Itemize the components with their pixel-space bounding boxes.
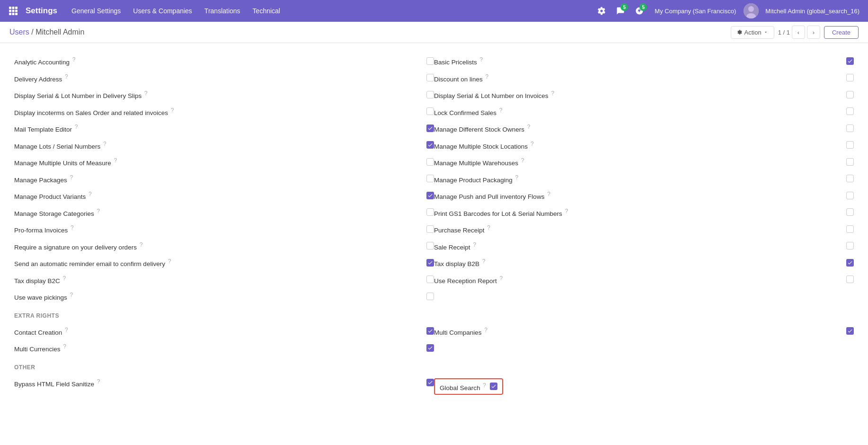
checkbox-mail-template[interactable] [426,125,434,132]
global-search-highlight: Global Search ? [434,378,503,395]
checkbox-stock-owners[interactable] [846,125,854,132]
other-left-col: Bypass HTML Field Sanitize ? [14,374,434,399]
checkbox-lock-sales[interactable] [846,107,854,115]
checkbox-bypass-html[interactable] [426,379,434,386]
breadcrumb-parent[interactable]: Users [9,28,29,36]
checkbox-display-incoterms[interactable] [426,107,434,115]
extra-rights-right-col: Multi Companies ? [434,323,854,356]
setting-tax-b2c: Tax display B2C ? [14,271,434,288]
settings-icon-btn[interactable] [594,3,609,18]
menu-general-settings[interactable]: General Settings [66,4,126,18]
checkbox-multiple-warehouses[interactable] [846,158,854,166]
checkbox-push-pull[interactable] [846,192,854,199]
topnav-right: 5 5 My Company (San Francisco) Mitchell … [594,3,862,18]
setting-signature: Require a signature on your delivery ord… [14,238,434,255]
avatar[interactable] [744,3,759,18]
checkbox-signature[interactable] [426,242,434,249]
settings-grid: Analytic Accounting ? Delivery Address ?… [14,53,854,399]
setting-manage-packages: Manage Packages ? [14,170,434,187]
svg-rect-8 [15,13,18,15]
svg-rect-3 [9,10,11,12]
menu-users-companies[interactable]: Users & Companies [127,4,198,18]
company-selector[interactable]: My Company (San Francisco) [651,6,740,17]
checkbox-analytic-accounting[interactable] [426,57,434,65]
topnav-menu: General Settings Users & Companies Trans… [66,4,592,18]
checkbox-wave-pickings[interactable] [426,293,434,300]
setting-multi-currencies: Multi Currencies ? [14,339,434,356]
svg-rect-6 [9,13,11,15]
checkbox-product-packaging[interactable] [846,175,854,182]
checkbox-manage-lots[interactable] [426,141,434,149]
svg-rect-0 [9,7,11,9]
checkbox-manage-packages[interactable] [426,175,434,182]
user-menu[interactable]: Mitchell Admin (global_search_16) [762,6,862,17]
setting-contact-creation: Contact Creation ? [14,323,434,340]
setting-basic-pricelists: Basic Pricelists ? [434,53,854,70]
checkbox-contact-creation[interactable] [426,327,434,335]
main-content: Analytic Accounting ? Delivery Address ?… [0,43,868,445]
action-button[interactable]: Action [731,26,774,39]
subheader: Users / Mitchell Admin Action 1 / 1 ‹ › … [0,22,868,43]
svg-point-10 [748,6,754,12]
setting-lock-sales: Lock Confirmed Sales ? [434,103,854,120]
checkbox-basic-pricelists[interactable] [846,57,854,65]
setting-multi-companies: Multi Companies ? [434,323,854,340]
create-button[interactable]: Create [824,26,859,39]
setting-product-packaging: Manage Product Packaging ? [434,170,854,187]
checkbox-multi-companies[interactable] [846,327,854,335]
setting-stock-owners: Manage Different Stock Owners ? [434,120,854,137]
checkbox-stock-locations[interactable] [846,141,854,149]
setting-push-pull: Manage Push and Pull inventory Flows ? [434,187,854,204]
checkbox-tax-b2b[interactable] [846,259,854,267]
extra-rights-header: EXTRA RIGHTS [14,305,854,323]
checkbox-auto-reminder[interactable] [426,259,434,267]
checkbox-delivery-address[interactable] [426,74,434,81]
app-title: Settings [23,6,60,16]
setting-sale-receipt: Sale Receipt ? [434,238,854,255]
action-label: Action [744,29,762,36]
pager-next[interactable]: › [807,26,820,39]
menu-translations[interactable]: Translations [199,4,246,18]
checkbox-proforma[interactable] [426,225,434,233]
checkbox-manage-product-variants[interactable] [426,192,434,199]
checkbox-discount-lines[interactable] [846,74,854,81]
checkbox-reception-report[interactable] [846,276,854,283]
svg-rect-7 [12,13,15,15]
activity-icon-btn[interactable]: 5 [632,3,647,18]
setting-wave-pickings: Use wave pickings ? [14,288,434,305]
apps-icon[interactable] [6,3,21,18]
setting-stock-locations: Manage Multiple Stock Locations ? [434,137,854,154]
breadcrumb-separator: / [31,28,35,36]
checkbox-display-serial-invoices[interactable] [846,91,854,98]
setting-proforma: Pro-forma Invoices ? [14,221,434,238]
checkbox-gs1-barcodes[interactable] [846,208,854,216]
extra-rights-left-col: Contact Creation ? Multi Currencies ? [14,323,434,356]
menu-technical[interactable]: Technical [247,4,286,18]
svg-rect-2 [15,7,18,9]
svg-rect-4 [12,10,15,12]
left-col: Analytic Accounting ? Delivery Address ?… [14,53,434,305]
setting-analytic-accounting: Analytic Accounting ? [14,53,434,70]
checkbox-sale-receipt[interactable] [846,242,854,249]
right-col: Basic Pricelists ? Discount on lines ? D… [434,53,854,305]
pager-prev[interactable]: ‹ [792,26,805,39]
setting-bypass-html: Bypass HTML Field Sanitize ? [14,374,434,392]
other-right-col: Global Search ? [434,374,854,399]
setting-reception-report: Use Reception Report ? [434,271,854,288]
checkbox-manage-storage[interactable] [426,208,434,216]
checkbox-multi-currencies[interactable] [426,344,434,352]
checkbox-purchase-receipt[interactable] [846,225,854,233]
checkbox-display-serial-delivery[interactable] [426,91,434,98]
checkbox-tax-b2c[interactable] [426,276,434,283]
setting-multiple-warehouses: Manage Multiple Warehouses ? [434,153,854,170]
checkbox-global-search[interactable] [490,383,497,390]
svg-rect-1 [12,7,15,9]
checkbox-manage-uom[interactable] [426,158,434,166]
topnav: Settings General Settings Users & Compan… [0,0,868,22]
breadcrumb: Users / Mitchell Admin [9,28,84,36]
messages-icon-btn[interactable]: 5 [613,3,628,18]
setting-purchase-receipt: Purchase Receipt ? [434,221,854,238]
setting-display-incoterms: Display incoterms on Sales Order and rel… [14,103,434,120]
pager-text: 1 / 1 [778,29,790,36]
setting-tax-b2b: Tax display B2B ? [434,254,854,271]
